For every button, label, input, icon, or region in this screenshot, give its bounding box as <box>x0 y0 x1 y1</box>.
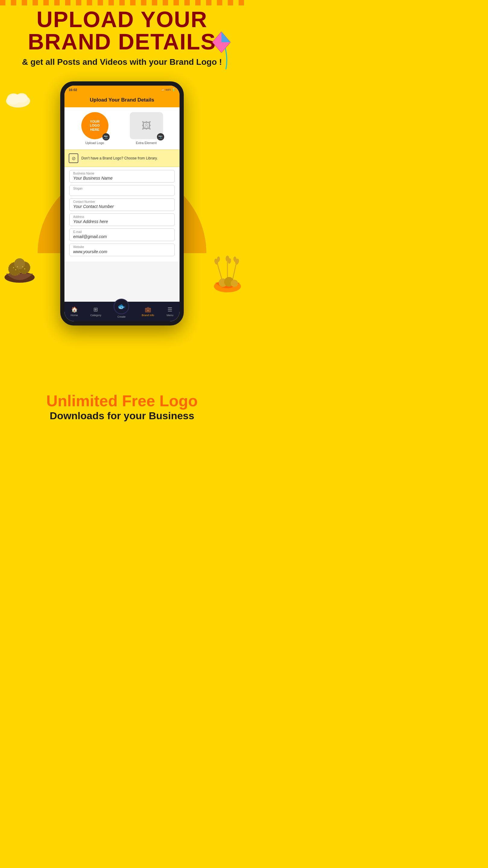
slogan-label: Slogan <box>73 187 83 190</box>
extra-camera-button[interactable]: 📷 <box>157 133 164 141</box>
phone-frame: 16:02 📶 WiFi 🔋 Upload Your Brand Details <box>60 82 184 326</box>
brand-info-icon: 💼 <box>144 306 151 313</box>
status-bar: 16:02 📶 WiFi 🔋 <box>64 86 180 94</box>
logo-camera-button[interactable]: 📷 <box>102 133 110 141</box>
slogan-value[interactable] <box>73 190 171 194</box>
address-field[interactable]: Address Your Address here <box>69 213 175 226</box>
upload-section[interactable]: YOUR LOGO HERE 📷 Upload Logo 🖼 <box>64 107 180 150</box>
svg-point-4 <box>16 93 28 103</box>
svg-point-29 <box>231 280 238 287</box>
battery-icon: 🔋 <box>172 88 175 91</box>
svg-point-10 <box>14 258 25 269</box>
contact-value[interactable]: Your Contact Number <box>73 204 171 209</box>
extra-element-label: Extra Element <box>136 141 157 145</box>
title-line1: UPLOAD YOUR <box>36 7 207 32</box>
logo-upload-item[interactable]: YOUR LOGO HERE 📷 Upload Logo <box>82 112 108 145</box>
title-line2: BRAND DETAILS <box>28 29 216 54</box>
svg-point-14 <box>22 266 23 267</box>
cloud-decoration <box>3 87 33 110</box>
form-section: Business Name Your Business Name Slogan … <box>64 167 180 261</box>
kite-decoration <box>205 30 238 69</box>
category-icon: ⊞ <box>93 306 98 313</box>
email-field[interactable]: E-mail email@gmail.com <box>69 228 175 241</box>
contact-number-field[interactable]: Contact Number Your Contact Number <box>69 198 175 211</box>
menu-label: Menu <box>167 314 173 317</box>
website-value[interactable]: www.yoursite.com <box>73 249 171 254</box>
business-name-field[interactable]: Business Name Your Business Name <box>69 170 175 183</box>
email-value[interactable]: email@gmail.com <box>73 234 171 239</box>
nav-menu[interactable]: ☰ Menu <box>167 306 173 317</box>
address-label: Address <box>73 215 85 218</box>
business-name-label: Business Name <box>73 172 95 175</box>
nav-home[interactable]: 🏠 Home <box>71 306 78 317</box>
header-subtitle: & get all Posts and Videos with your Bra… <box>12 57 232 67</box>
library-notice-text: Don't have a Brand Logo? Choose from Lib… <box>82 156 158 161</box>
category-label: Category <box>90 314 101 317</box>
create-button[interactable]: 🐟 <box>113 299 129 314</box>
wifi-icon: WiFi <box>165 88 171 91</box>
bottom-nav[interactable]: 🏠 Home ⊞ Category 🐟 Create 💼 Brand Info <box>64 302 180 321</box>
website-field[interactable]: Website www.yoursite.com <box>69 244 175 256</box>
status-icons: 📶 WiFi 🔋 <box>161 88 175 91</box>
nav-category[interactable]: ⊞ Category <box>90 306 101 317</box>
nav-create[interactable]: 🐟 Create <box>113 305 129 318</box>
main-title: UPLOAD YOUR BRAND DETAILS <box>12 8 232 53</box>
bottom-section: Unlimited Free Logo Downloads for your B… <box>0 383 244 434</box>
no-image-icon: ⊘ <box>69 153 78 163</box>
svg-point-13 <box>17 266 18 267</box>
address-value[interactable]: Your Address here <box>73 219 171 224</box>
bottom-title: Unlimited Free Logo <box>12 393 232 410</box>
nav-brand-info[interactable]: 💼 Brand Info <box>141 306 154 317</box>
create-label: Create <box>118 315 126 318</box>
logo-placeholder-text: YOUR LOGO HERE <box>90 120 99 132</box>
upload-logo-label: Upload Logo <box>85 141 104 145</box>
extra-element-item[interactable]: 🖼 📷 Extra Element <box>130 112 163 145</box>
status-time: 16:02 <box>69 88 77 92</box>
business-name-value[interactable]: Your Business Name <box>73 176 171 181</box>
top-border <box>0 0 244 5</box>
bottom-subtitle: Downloads for your Business <box>12 410 232 422</box>
home-label: Home <box>71 314 78 317</box>
signal-icon: 📶 <box>161 88 164 91</box>
brand-info-label: Brand Info <box>141 314 154 317</box>
svg-point-11 <box>13 267 14 268</box>
phone-screen: 16:02 📶 WiFi 🔋 Upload Your Brand Details <box>64 86 180 321</box>
create-icon: 🐟 <box>118 303 126 310</box>
home-icon: 🏠 <box>71 306 78 313</box>
food-right-decoration <box>202 250 244 292</box>
slogan-field[interactable]: Slogan <box>69 185 175 196</box>
contact-label: Contact Number <box>73 200 96 204</box>
email-label: E-mail <box>73 230 82 234</box>
svg-point-12 <box>15 269 16 270</box>
svg-marker-1 <box>221 32 230 42</box>
menu-icon: ☰ <box>167 306 172 313</box>
svg-point-15 <box>24 268 25 270</box>
app-header-title: Upload Your Brand Details <box>64 94 180 107</box>
food-left-decoration <box>0 247 39 286</box>
website-label: Website <box>73 245 85 249</box>
library-notice[interactable]: ⊘ Don't have a Brand Logo? Choose from L… <box>64 150 180 167</box>
phone-mockup: 16:02 📶 WiFi 🔋 Upload Your Brand Details <box>60 82 184 326</box>
image-placeholder-icon: 🖼 <box>141 120 151 131</box>
